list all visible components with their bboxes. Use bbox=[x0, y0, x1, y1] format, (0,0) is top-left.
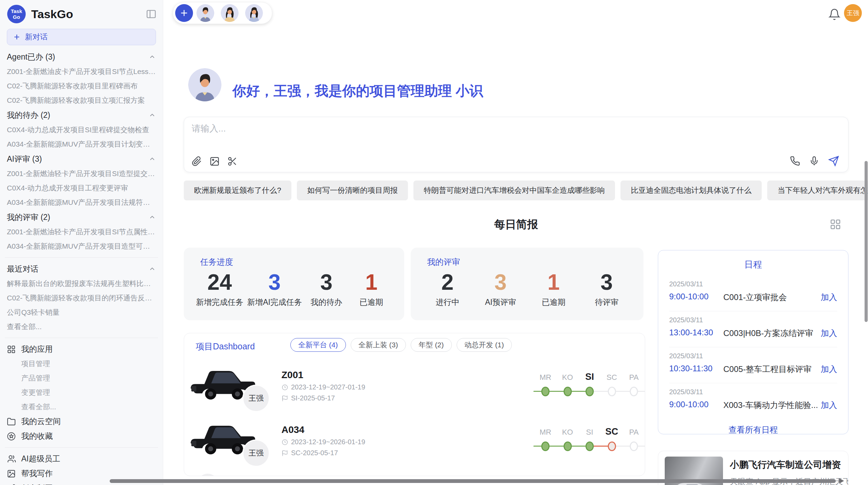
schedule-date: 2025/03/11 bbox=[669, 316, 703, 324]
milestone-node-MR[interactable] bbox=[541, 387, 550, 396]
milestone-node-KO[interactable] bbox=[564, 387, 572, 396]
new-chat-button[interactable]: 新对话 bbox=[7, 29, 156, 45]
news-title: 小鹏飞行汽车制造公司增资 bbox=[730, 459, 841, 471]
suggestion-chip[interactable]: 特朗普可能对进口汽车增税会对中国车企造成哪些影响 bbox=[413, 181, 615, 200]
plus-icon bbox=[13, 33, 21, 41]
project-owner-avatar: 王强 bbox=[242, 439, 270, 467]
sidebar-section-header-2[interactable]: AI评审 (3) bbox=[7, 151, 156, 166]
sidebar-task-item[interactable]: Z001-全新燃油轻卡产品开发项目SI造型提交物评审 bbox=[7, 166, 156, 181]
sidebar-item-cloud-folder[interactable]: 我的云空间 bbox=[7, 414, 156, 429]
project-flag-milestone: SI-2025-05-17 bbox=[281, 394, 335, 402]
layout-grid-icon[interactable] bbox=[830, 219, 841, 230]
clock-icon bbox=[281, 384, 288, 391]
phone-call-icon[interactable] bbox=[790, 156, 800, 166]
collapse-sidebar-icon[interactable] bbox=[146, 9, 157, 20]
sidebar-task-item[interactable]: A034-全新新能源MUV产品开发项目法规符合性评审 bbox=[7, 195, 156, 210]
sidebar-task-item[interactable]: A034-全新新能源MUV产品开发项目计划变更表编写 bbox=[7, 137, 156, 151]
microphone-icon[interactable] bbox=[809, 156, 819, 166]
milestone-node-SI[interactable] bbox=[586, 387, 594, 396]
stat-已逾期: 1已逾期 bbox=[351, 270, 392, 308]
schedule-date: 2025/03/11 bbox=[669, 280, 703, 288]
milestone-node-PA[interactable] bbox=[630, 442, 638, 451]
daily-brief-title: 每日简报 bbox=[184, 217, 848, 232]
stat-card-title: 我的评审 bbox=[427, 257, 633, 268]
chat-input-card bbox=[184, 117, 848, 172]
milestone-node-MR[interactable] bbox=[541, 442, 550, 451]
sidebar-list: Agent已办 (3)Z001-全新燃油皮卡产品开发项目SI节点Lesson L… bbox=[0, 49, 163, 485]
stat-value: 3 bbox=[247, 270, 302, 295]
dashboard-tab-1[interactable]: 全新上装 (3) bbox=[351, 338, 406, 352]
section-title: Agent已办 (3) bbox=[7, 52, 55, 62]
milestone-node-SI[interactable] bbox=[586, 442, 594, 451]
sidebar-task-item[interactable]: C02-飞腾新能源轻客改款项目里程碑画布 bbox=[7, 79, 156, 93]
add-agent-button[interactable] bbox=[175, 4, 193, 22]
notification-bell-icon[interactable] bbox=[828, 8, 841, 21]
sidebar-task-item[interactable]: C0X4-动力总成开发项目工程变更评审 bbox=[7, 181, 156, 195]
milestone-node-PA[interactable] bbox=[630, 387, 638, 396]
suggestion-chip[interactable]: 当下年轻人对汽车外观有怎样的喜好趋势 bbox=[767, 181, 868, 200]
stat-新增完成任务: 24新增完成任务 bbox=[196, 270, 243, 308]
apps-view-all-link[interactable]: 查看全部... bbox=[7, 400, 156, 414]
milestone-node-SC[interactable] bbox=[608, 387, 616, 396]
sidebar-item-picture[interactable]: 帮我写作 bbox=[7, 466, 156, 481]
sidebar-section-header-1[interactable]: 我的待办 (2) bbox=[7, 108, 156, 123]
agent-avatar-2[interactable] bbox=[221, 4, 239, 22]
send-icon[interactable] bbox=[828, 156, 839, 166]
taskgo-app: Task Go TaskGo 新对话 Agent已办 (3)Z001-全新燃油皮… bbox=[0, 0, 868, 485]
milestone-label-PR: PR bbox=[641, 373, 646, 382]
recent-view-all-link[interactable]: 查看全部... bbox=[7, 320, 156, 334]
dashboard-tab-3[interactable]: 动总开发 (1) bbox=[457, 338, 512, 352]
milestone-node-SC[interactable] bbox=[608, 442, 616, 451]
view-all-schedule-link[interactable]: 查看所有日程 bbox=[669, 424, 837, 434]
sidebar-section-header-recent[interactable]: 最近对话 bbox=[7, 261, 156, 276]
stat-label: 新增AI完成任务 bbox=[247, 297, 302, 308]
schedule-meeting-title: C001-立项审批会 bbox=[723, 292, 787, 303]
recent-chat-item[interactable]: C02-飞腾新能源轻客改款项目的闭环通告反馈情况 bbox=[7, 291, 156, 305]
sidebar-task-item[interactable]: Z001-全新燃油皮卡产品开发项目SI节点Lesson Learn报告 bbox=[7, 64, 156, 79]
vertical-scrollbar[interactable] bbox=[865, 161, 868, 322]
join-meeting-link[interactable]: 加入 bbox=[821, 364, 837, 375]
suggestion-chip[interactable]: 欧洲新规最近颁布了什么? bbox=[184, 181, 291, 200]
clock-icon bbox=[281, 439, 288, 446]
dashboard-tab-0[interactable]: 全新平台 (4) bbox=[290, 338, 346, 352]
image-upload-icon[interactable] bbox=[209, 156, 220, 166]
sidebar-item-my-apps[interactable]: 我的应用 bbox=[7, 342, 156, 357]
schedule-item: 2025/03/1110:30-11:30C005-整车工程目标评审加入 bbox=[669, 347, 837, 383]
paperclip-icon[interactable] bbox=[192, 156, 202, 166]
sidebar-item-label: 我的收藏 bbox=[21, 431, 53, 442]
schedule-time: 9:00-10:00 bbox=[669, 292, 709, 301]
sidebar-task-item[interactable]: C02-飞腾新能源轻客改款项目立项汇报方案 bbox=[7, 93, 156, 108]
app-shortcut-item[interactable]: 变更管理 bbox=[7, 385, 156, 400]
app-shortcut-item[interactable]: 产品管理 bbox=[7, 371, 156, 385]
sidebar-section-header-3[interactable]: 我的评审 (2) bbox=[7, 210, 156, 225]
sidebar-task-item[interactable]: A034-全新新能源MUV产品开发项目造型可行性评审 bbox=[7, 239, 156, 253]
join-meeting-link[interactable]: 加入 bbox=[821, 328, 837, 339]
agent-avatar-1[interactable] bbox=[196, 4, 214, 22]
suggestion-chip[interactable]: 比亚迪全固态电池计划具体说了什么 bbox=[620, 181, 762, 200]
recent-chat-item[interactable]: 公司Q3轻卡销量 bbox=[7, 305, 156, 320]
agent-avatar-3[interactable] bbox=[245, 4, 263, 22]
stat-我的待办: 3我的待办 bbox=[306, 270, 347, 308]
sidebar-task-item[interactable]: Z001-全新燃油轻卡产品开发项目SI节点属性5D文件评审 bbox=[7, 225, 156, 239]
my-reviews-card: 我的评审2进行中3AI预评审1已逾期3待评审 bbox=[411, 248, 643, 320]
sidebar-item-star-badge[interactable]: 我的收藏 bbox=[7, 429, 156, 444]
sidebar-task-item[interactable]: C0X4-动力总成开发项目SI里程碑提交物检查 bbox=[7, 123, 156, 137]
join-meeting-link[interactable]: 加入 bbox=[821, 292, 837, 303]
milestone-node-KO[interactable] bbox=[564, 442, 572, 451]
scroll-right-arrow[interactable] bbox=[839, 478, 844, 484]
join-meeting-link[interactable]: 加入 bbox=[821, 400, 837, 411]
project-date-range: 2023-12-19~2026-01-19 bbox=[281, 438, 365, 446]
sidebar-item-people[interactable]: AI超级员工 bbox=[7, 451, 156, 466]
section-title: AI评审 (3) bbox=[7, 154, 42, 164]
horizontal-scrollbar[interactable] bbox=[110, 479, 836, 483]
user-avatar[interactable]: 王强 bbox=[844, 4, 862, 22]
sidebar-section-header-0[interactable]: Agent已办 (3) bbox=[7, 49, 156, 64]
suggestion-chip[interactable]: 如何写一份清晰的项目周报 bbox=[297, 181, 408, 200]
dashboard-tab-2[interactable]: 年型 (2) bbox=[411, 338, 452, 352]
sidebar-item-label: AI超级员工 bbox=[21, 453, 60, 464]
app-shortcut-item[interactable]: 项目管理 bbox=[7, 357, 156, 371]
chat-input[interactable] bbox=[191, 122, 741, 145]
scissors-icon[interactable] bbox=[227, 156, 238, 166]
recent-chat-item[interactable]: 解释最新出台的欧盟报废车法规再生塑料比例被调至15%... bbox=[7, 276, 156, 291]
project-owner-avatar: 王强 bbox=[242, 385, 270, 412]
